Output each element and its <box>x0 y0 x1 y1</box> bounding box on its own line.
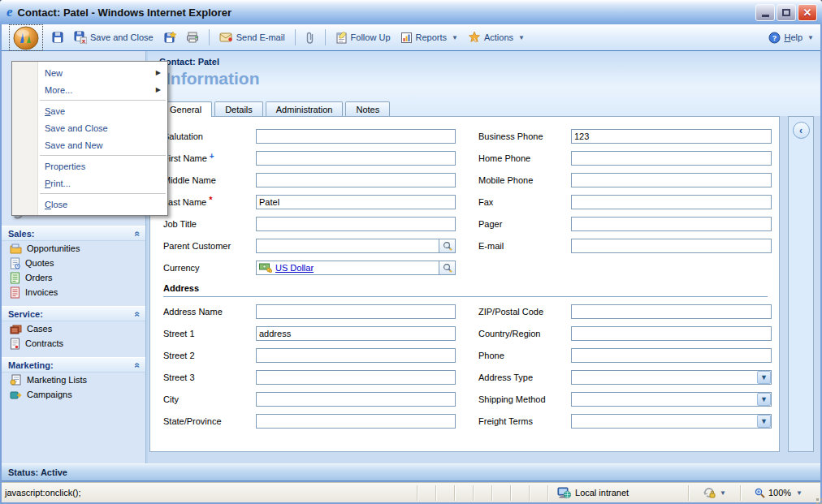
save-and-close-icon: x <box>74 31 87 44</box>
form-tabs: General Details Administration Notes <box>159 101 390 116</box>
street3-label: Street 3 <box>163 373 256 382</box>
street2-input[interactable] <box>256 348 456 363</box>
address-phone-input[interactable] <box>571 348 772 363</box>
filter-dropdown-arrow: ▼ <box>720 489 726 497</box>
attach-button[interactable] <box>303 29 318 46</box>
salutation-input[interactable] <box>256 129 456 144</box>
maximize-button[interactable] <box>777 4 796 21</box>
sidebar-item-contracts[interactable]: Contracts <box>2 336 145 351</box>
follow-up-button[interactable]: Follow Up <box>333 29 393 45</box>
menu-item-save-and-new[interactable]: Save and New <box>12 136 167 153</box>
zip-postal-code-label: ZIP/Postal Code <box>478 307 571 317</box>
freight-terms-select[interactable]: ▼ <box>571 414 772 429</box>
street1-label: Street 1 <box>163 329 256 338</box>
sidebar-item-quotes[interactable]: Quotes <box>2 256 145 270</box>
form-row: Street 3 Address Type ▼ <box>163 366 774 388</box>
save-and-close-button[interactable]: x Save and Close <box>71 29 156 45</box>
printer-icon <box>186 31 199 44</box>
dropdown-arrow-icon: ▼ <box>757 371 771 384</box>
menu-item-more[interactable]: More... ▶ <box>12 81 167 98</box>
menu-item-new[interactable]: New ▶ <box>12 64 167 81</box>
dropdown-arrow-icon: ▼ <box>757 415 771 428</box>
resize-grip[interactable] <box>816 498 819 501</box>
form-row: City Shipping Method ▼ <box>163 388 774 410</box>
country-region-input[interactable] <box>571 326 772 341</box>
menu-item-save-and-close[interactable]: Save and Close <box>12 119 167 136</box>
save-button[interactable] <box>49 29 67 45</box>
toolbar-separator <box>295 29 296 45</box>
sidebar-item-opportunities[interactable]: Opportunities <box>2 241 145 256</box>
zoom-control[interactable]: 100% ▼ <box>750 488 807 498</box>
security-zone-label: Local intranet <box>575 488 629 498</box>
currency-lookup-button[interactable] <box>439 261 456 275</box>
pager-input[interactable] <box>571 217 772 231</box>
phishing-filter-button[interactable]: ▼ <box>698 487 731 498</box>
currency-value-link[interactable]: US Dollar <box>275 263 314 273</box>
sidebar-item-invoices[interactable]: Invoices <box>2 285 145 299</box>
close-button[interactable]: ✕ <box>798 4 817 21</box>
actions-button[interactable]: Actions ▼ <box>465 29 527 45</box>
shipping-method-select[interactable]: ▼ <box>571 392 772 407</box>
sidebar-item-marketing-lists[interactable]: Marketing Lists <box>2 373 145 387</box>
zoom-level-label: 100% <box>768 488 791 498</box>
title-bar: e Contact: Patel - Windows Internet Expl… <box>0 0 822 24</box>
sidebar-item-cases[interactable]: Cases <box>2 321 145 336</box>
tab-details[interactable]: Details <box>214 101 263 116</box>
home-phone-input[interactable] <box>571 151 772 166</box>
minimize-button[interactable] <box>755 4 775 21</box>
job-title-input[interactable] <box>256 217 456 231</box>
zip-postal-code-input[interactable] <box>571 304 772 319</box>
street1-input[interactable] <box>256 326 456 341</box>
currency-money-icon <box>259 263 272 273</box>
record-status-text: Status: Active <box>8 467 67 477</box>
crm-logo-button[interactable] <box>10 25 42 50</box>
first-name-input[interactable] <box>256 151 456 166</box>
expand-panel-button[interactable]: ‹ <box>793 122 810 139</box>
send-email-button[interactable]: Send E-mail <box>217 30 288 45</box>
email-icon <box>219 32 233 43</box>
city-input[interactable] <box>256 392 456 407</box>
security-zone-indicator: Local intranet <box>557 487 679 499</box>
tab-administration[interactable]: Administration <box>266 101 344 116</box>
tab-notes[interactable]: Notes <box>345 101 390 116</box>
reports-label: Reports <box>416 32 448 42</box>
sidebar-item-orders[interactable]: Orders <box>2 270 145 285</box>
address-name-label: Address Name <box>163 307 256 317</box>
menu-item-close[interactable]: Close <box>12 196 167 213</box>
currency-label: Currency <box>163 263 256 273</box>
business-phone-input[interactable] <box>571 129 772 144</box>
sidebar-header-service[interactable]: Service: « <box>2 306 145 321</box>
reports-button[interactable]: Reports ▼ <box>398 30 461 45</box>
state-province-input[interactable] <box>256 414 456 429</box>
parent-customer-lookup-button[interactable] <box>439 239 456 253</box>
send-email-label: Send E-mail <box>236 32 285 42</box>
file-menu-popup: New ▶ More... ▶ Save Save and Close Save… <box>11 61 168 216</box>
help-button[interactable]: ? Help ▼ <box>768 32 814 44</box>
save-and-new-button[interactable] <box>161 29 179 45</box>
service-section-title: Service: <box>8 309 43 319</box>
lookup-magnifier-icon <box>443 241 452 251</box>
address-name-input[interactable] <box>256 304 456 319</box>
fax-input[interactable] <box>571 195 772 209</box>
dropdown-arrow-icon: ▼ <box>757 393 771 406</box>
last-name-input[interactable] <box>256 195 456 209</box>
print-button[interactable] <box>184 29 201 45</box>
middle-name-input[interactable] <box>256 173 456 187</box>
sales-section-title: Sales: <box>8 229 34 239</box>
save-and-close-label: Save and Close <box>90 32 154 42</box>
submenu-arrow-icon: ▶ <box>156 69 161 76</box>
menu-item-print[interactable]: Print... <box>12 174 167 192</box>
menu-item-properties[interactable]: Properties <box>12 157 167 174</box>
parent-customer-input[interactable] <box>256 239 439 253</box>
sidebar-header-marketing[interactable]: Marketing: « <box>2 357 145 373</box>
address-type-select[interactable]: ▼ <box>571 370 772 385</box>
menu-item-save[interactable]: Save <box>12 102 167 119</box>
sidebar-section-sales: Sales: « Opportunities Qu <box>2 226 145 299</box>
email-input[interactable] <box>571 239 772 253</box>
mobile-phone-input[interactable] <box>571 173 772 187</box>
crm-toolbar: x Save and Close <box>2 24 820 51</box>
sidebar-header-sales[interactable]: Sales: « <box>2 226 145 241</box>
reports-dropdown-arrow: ▼ <box>452 34 458 41</box>
street3-input[interactable] <box>256 370 456 385</box>
sidebar-item-campaigns[interactable]: Campaigns <box>2 387 145 402</box>
